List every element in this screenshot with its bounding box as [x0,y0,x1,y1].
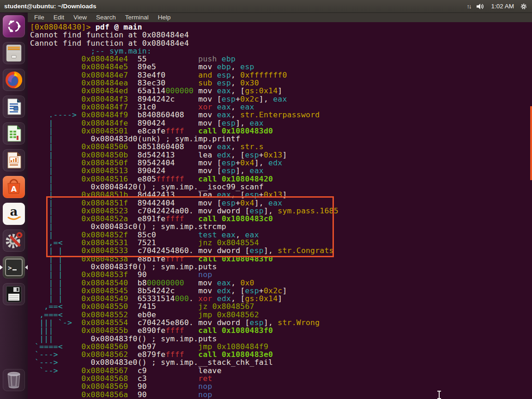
network-icon[interactable]: ↑↓ [466,3,471,10]
libreoffice-impress-icon[interactable] [3,149,25,171]
volume-icon[interactable] [477,3,485,10]
svg-text:a: a [10,205,18,218]
clock[interactable]: 1:02 AM [491,3,514,10]
files-icon[interactable] [3,42,25,64]
amazon-icon[interactable]: a [3,203,25,225]
window-title: student@ubuntu: ~/Downloads [4,3,97,10]
terminal-icon[interactable]: > [3,256,25,278]
highlight-rectangle [46,196,334,257]
menu-item-edit[interactable]: Edit [54,14,64,21]
active-app-indicator-left [0,265,3,270]
terminal-scrollbar[interactable] [530,106,532,180]
menu-item-terminal[interactable]: Terminal [125,14,149,21]
text-cursor-pointer [437,391,441,399]
svg-text:A: A [11,185,17,193]
floppy-volume-icon[interactable] [3,283,25,305]
ubuntu-dash-icon[interactable] [3,15,25,37]
top-panel: student@ubuntu: ~/Downloads ↑↓ 1:02 AM [0,0,532,12]
svg-text:>: > [8,264,12,272]
terminal-menubar: FileEditViewSearchTerminalHelp [28,12,532,22]
active-app-indicator-right [25,265,28,270]
session-gear-icon[interactable] [520,3,527,10]
desktop: student@ubuntu: ~/Downloads ↑↓ 1:02 AM [0,0,532,399]
menu-item-search[interactable]: Search [96,14,116,21]
system-settings-icon[interactable] [3,230,25,252]
firefox-icon[interactable] [3,69,25,91]
libreoffice-writer-icon[interactable] [3,96,25,118]
ubuntu-software-icon[interactable]: A [3,176,25,198]
trash-icon[interactable] [3,369,25,391]
menu-item-file[interactable]: File [34,14,44,21]
launcher-dock: A a > [0,12,28,399]
menu-item-view[interactable]: View [73,14,87,21]
status-area: ↑↓ 1:02 AM [466,3,527,10]
libreoffice-calc-icon[interactable] [3,122,25,145]
menu-item-help[interactable]: Help [158,14,171,21]
